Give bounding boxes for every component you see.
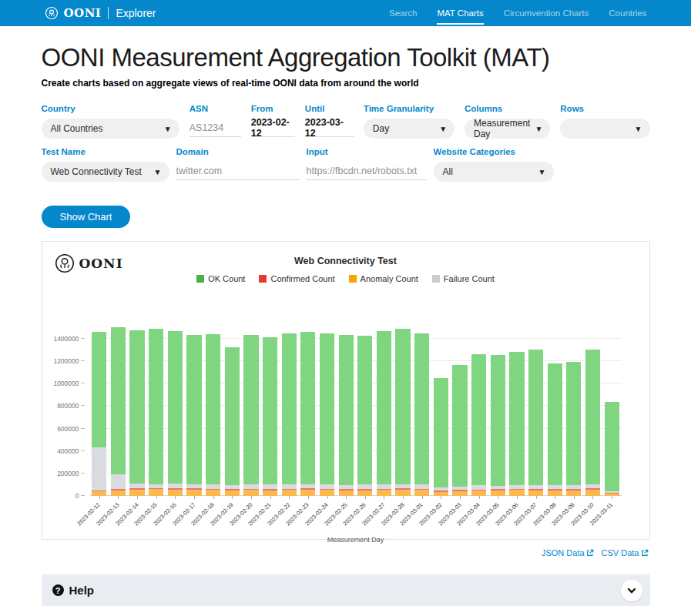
bar-segment[interactable] <box>585 350 600 484</box>
bar-2023-03-11[interactable] <box>605 402 619 496</box>
bar-2023-03-03[interactable] <box>452 365 467 496</box>
bar-segment[interactable] <box>282 490 297 496</box>
bar-segment[interactable] <box>491 355 505 485</box>
input-input[interactable] <box>307 162 427 180</box>
bar-2023-02-17[interactable] <box>186 335 201 496</box>
bar-2023-02-14[interactable] <box>129 330 144 496</box>
bar-segment[interactable] <box>585 490 600 496</box>
country-select[interactable]: All Countries ▼ <box>42 119 179 139</box>
bar-segment[interactable] <box>149 489 163 496</box>
nav-circumvention-charts[interactable]: Circumvention Charts <box>504 2 589 25</box>
bar-segment[interactable] <box>282 333 297 484</box>
bar-segment[interactable] <box>206 490 220 496</box>
bar-segment[interactable] <box>528 350 543 485</box>
bar-2023-02-24[interactable] <box>320 333 334 496</box>
json-data-link[interactable]: JSON Data <box>542 548 594 557</box>
bar-segment[interactable] <box>320 333 334 485</box>
bar-segment[interactable] <box>357 490 372 496</box>
bar-segment[interactable] <box>605 402 619 490</box>
bar-2023-02-16[interactable] <box>168 331 183 496</box>
bar-segment[interactable] <box>509 352 524 484</box>
until-date-field[interactable]: 2023-03-12 <box>305 119 354 137</box>
asn-input[interactable] <box>190 119 241 137</box>
bar-segment[interactable] <box>263 337 277 484</box>
bar-2023-02-27[interactable] <box>377 331 391 496</box>
bar-segment[interactable] <box>357 336 372 485</box>
bar-segment[interactable] <box>111 327 126 474</box>
bar-segment[interactable] <box>263 490 277 496</box>
bar-segment[interactable] <box>548 363 562 485</box>
bar-2023-02-25[interactable] <box>339 335 354 496</box>
bar-2023-03-09[interactable] <box>566 362 581 496</box>
rows-select[interactable]: ▼ <box>560 119 649 139</box>
bar-2023-03-06[interactable] <box>509 352 524 496</box>
bar-segment[interactable] <box>186 490 201 496</box>
nav-mat-charts[interactable]: MAT Charts <box>437 2 483 25</box>
bar-segment[interactable] <box>168 331 183 484</box>
bar-2023-02-15[interactable] <box>149 329 163 496</box>
bar-segment[interactable] <box>395 329 410 484</box>
bar-segment[interactable] <box>471 354 486 485</box>
bar-segment[interactable] <box>377 331 391 484</box>
nav-search[interactable]: Search <box>389 2 417 25</box>
bar-segment[interactable] <box>149 329 163 484</box>
bar-segment[interactable] <box>300 490 315 496</box>
bar-segment[interactable] <box>225 490 240 496</box>
bar-segment[interactable] <box>452 365 467 487</box>
bar-segment[interactable] <box>339 335 354 485</box>
from-date-field[interactable]: 2023-02-12 <box>251 119 295 137</box>
bar-segment[interactable] <box>528 490 543 496</box>
csv-data-link[interactable]: CSV Data <box>602 548 649 557</box>
bar-segment[interactable] <box>566 362 581 484</box>
help-section[interactable]: ? Help <box>42 574 650 606</box>
nav-countries[interactable]: Countries <box>609 2 646 25</box>
bar-segment[interactable] <box>395 490 410 496</box>
bar-segment[interactable] <box>414 490 429 496</box>
bar-segment[interactable] <box>320 490 334 496</box>
bar-2023-03-07[interactable] <box>528 350 543 496</box>
bar-segment[interactable] <box>111 490 126 496</box>
bar-segment[interactable] <box>566 490 581 496</box>
bar-segment[interactable] <box>129 330 144 484</box>
bar-segment[interactable] <box>186 335 201 485</box>
bar-segment[interactable] <box>434 378 448 487</box>
website-categories-select[interactable]: All ▼ <box>434 162 554 182</box>
bar-2023-02-12[interactable] <box>92 332 106 496</box>
bar-2023-03-01[interactable] <box>414 333 429 496</box>
test-name-select[interactable]: Web Connectivity Test ▼ <box>42 162 169 182</box>
bar-segment[interactable] <box>243 490 258 496</box>
bar-segment[interactable] <box>111 474 126 489</box>
bar-segment[interactable] <box>491 490 505 496</box>
bar-2023-02-22[interactable] <box>282 333 297 496</box>
bar-segment[interactable] <box>548 490 562 496</box>
show-chart-button[interactable]: Show Chart <box>42 206 131 228</box>
bar-segment[interactable] <box>129 490 144 497</box>
bar-2023-03-04[interactable] <box>471 354 486 496</box>
bar-segment[interactable] <box>339 490 354 496</box>
bar-segment[interactable] <box>377 490 391 496</box>
bar-segment[interactable] <box>300 332 315 484</box>
bar-2023-02-18[interactable] <box>206 334 220 496</box>
bar-2023-03-05[interactable] <box>491 355 505 496</box>
bar-segment[interactable] <box>92 332 106 447</box>
domain-input[interactable] <box>176 162 300 180</box>
bar-2023-02-21[interactable] <box>263 337 277 496</box>
bar-2023-02-19[interactable] <box>225 347 240 496</box>
bar-2023-02-23[interactable] <box>300 332 315 496</box>
ooni-explorer-logo[interactable]: OONI Explorer <box>45 6 156 20</box>
bar-segment[interactable] <box>92 447 106 490</box>
bar-2023-03-10[interactable] <box>585 350 600 496</box>
bar-2023-02-28[interactable] <box>395 329 410 496</box>
columns-select[interactable]: Measurement Day ▼ <box>465 119 550 139</box>
bar-segment[interactable] <box>225 347 240 485</box>
bar-2023-02-26[interactable] <box>357 336 372 496</box>
time-granularity-select[interactable]: Day ▼ <box>364 119 455 139</box>
bar-2023-02-20[interactable] <box>243 335 258 496</box>
help-expand-button[interactable] <box>621 580 642 601</box>
bar-segment[interactable] <box>471 490 486 496</box>
bar-segment[interactable] <box>414 333 429 484</box>
bar-segment[interactable] <box>509 490 524 496</box>
bar-2023-03-08[interactable] <box>548 363 562 496</box>
bar-2023-02-13[interactable] <box>111 327 126 496</box>
bar-segment[interactable] <box>243 335 258 484</box>
